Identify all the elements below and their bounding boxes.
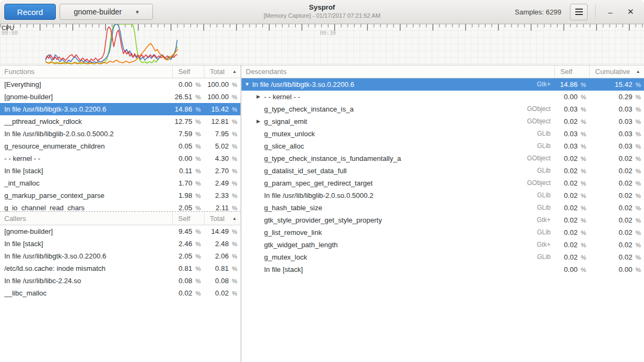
descendant-row[interactable]: g_mutex_unlockGLib0.03 %0.03 % [241,128,644,140]
sort-ascending-icon: ▲ [636,65,640,78]
percent-sign: % [634,230,641,236]
percent-sign: % [194,168,201,174]
total-value: 12.81 % [204,115,240,128]
percent-sign: % [194,228,201,235]
symbol-label: In file [stack] [4,165,43,177]
descendant-row[interactable]: g_hash_table_sizeGLib0.02 %0.02 % [241,202,644,214]
function-row[interactable]: In file [stack]0.11 %2.70 % [0,165,240,177]
expander-collapsed-icon[interactable]: ▶ [257,115,264,128]
column-header-descendants[interactable]: Descendants [241,65,554,78]
self-value: 0.11 % [172,165,204,177]
tree-indent [245,269,257,270]
symbol-name: g_hash_table_sizeGLib [241,202,554,214]
function-row[interactable]: [Everything]0.00 %100.00 % [0,78,240,91]
function-row[interactable]: g_io_channel_read_chars2.05 %2.11 % [0,202,240,211]
percent-sign: % [194,205,201,211]
symbol-label: In file [stack] [4,238,43,250]
function-row[interactable]: g_markup_parse_context_parse1.98 %2.33 % [0,189,240,202]
descendant-row[interactable]: g_slice_allocGLib0.03 %0.03 % [241,140,644,152]
symbol-label: _int_malloc [4,177,40,189]
symbol-name: In file /usr/lib/libglib-2.0.so.0.5000.2… [241,189,554,202]
descendant-row[interactable]: g_type_check_instance_is_fundamentally_a… [241,152,644,165]
percent-sign: % [579,119,586,125]
percent-sign: % [634,168,641,174]
expander-collapsed-icon[interactable]: ▶ [257,91,264,103]
caller-row[interactable]: [gnome-builder]9.45 %14.49 % [0,225,240,238]
function-row[interactable]: In file /usr/lib/libgtk-3.so.0.2200.614.… [0,103,240,115]
descendant-row[interactable]: gtk_style_provider_get_style_propertyGtk… [241,214,644,226]
tree-indent [245,97,257,97]
cpu-timeline[interactable]: CPU 00:00 00:30 [0,24,644,65]
percent-sign: % [194,290,201,297]
function-row[interactable]: _int_malloc1.70 %2.49 % [0,177,240,189]
percent-sign: % [230,119,237,125]
library-tag: GLib [537,189,554,202]
function-row[interactable]: [gnome-builder]26.51 %100.00 % [0,91,240,103]
minimize-button[interactable]: – [602,4,618,20]
percent-sign: % [194,94,201,100]
self-value: 0.02 % [554,152,589,165]
descendant-row[interactable]: In file [stack]0.00 %0.00 % [241,263,644,276]
column-header-self[interactable]: Self [172,65,204,78]
descendant-row[interactable]: gtk_widget_path_lengthGtk+0.02 %0.02 % [241,239,644,251]
column-header-cumulative[interactable]: Cumulative ▲ [589,65,644,78]
symbol-label: - - kernel - - [4,152,40,165]
function-row[interactable]: In file /usr/lib/libglib-2.0.so.0.5000.2… [0,128,240,140]
column-header-callers[interactable]: Callers [0,212,172,225]
descendant-row[interactable]: g_datalist_id_set_data_fullGLib0.02 %0.0… [241,165,644,177]
column-header-functions[interactable]: Functions [0,65,172,78]
expander-expanded-icon[interactable]: ▼ [245,78,252,91]
menu-button[interactable] [570,4,588,20]
column-header-self[interactable]: Self [554,65,589,78]
self-value: 0.00 % [172,152,204,165]
close-button[interactable]: ✕ [623,4,639,20]
percent-sign: % [634,82,641,88]
descendant-row[interactable]: ▼In file /usr/lib/libgtk-3.so.0.2200.6Gt… [241,78,644,91]
caller-row[interactable]: In file /usr/lib/libc-2.24.so0.08 %0.08 … [0,275,240,287]
caller-row[interactable]: In file [stack]2.46 %2.48 % [0,238,240,250]
percent-sign: % [194,143,201,150]
process-selector-dropdown[interactable]: gnome-builder ▾ [60,4,153,20]
column-header-total[interactable]: Total ▲ [204,65,240,78]
symbol-label: In file /usr/lib/libc-2.24.so [4,275,81,287]
symbol-label: g_datalist_id_set_data_full [264,165,347,177]
total-value: 0.02 % [589,226,644,239]
caller-row[interactable]: /etc/ld.so.cache: inode mismatch0.81 %0.… [0,262,240,275]
function-row[interactable]: g_resource_enumerate_children0.05 %5.02 … [0,140,240,152]
descendant-row[interactable]: ▶g_signal_emitGObject0.02 %0.03 % [241,115,644,128]
caller-row[interactable]: __libc_malloc0.02 %0.02 % [0,287,240,299]
column-header-total-label: Total [210,65,224,78]
caller-row[interactable]: In file /usr/lib/libgtk-3.so.0.2200.62.0… [0,250,240,262]
column-header-self[interactable]: Self [172,212,204,225]
function-row[interactable]: - - kernel - -0.00 %4.30 % [0,152,240,165]
column-header-total[interactable]: Total ▲ [204,212,240,225]
total-value: 0.02 % [589,239,644,251]
descendant-row[interactable]: In file /usr/lib/libglib-2.0.so.0.5000.2… [241,189,644,202]
symbol-label: In file /usr/lib/libgtk-3.so.0.2200.6 [4,103,106,115]
percent-sign: % [579,193,586,199]
self-value: 0.00 % [172,78,204,91]
library-tag: Gtk+ [537,239,554,251]
symbol-name: ▶- - kernel - - [241,91,554,103]
record-button[interactable]: Record [4,4,56,20]
descendant-row[interactable]: g_type_check_instance_is_aGObject0.03 %0… [241,103,644,115]
self-value: 0.00 % [554,263,589,276]
tree-indent [245,208,257,208]
total-value: 0.00 % [589,263,644,276]
tree-indent [245,220,257,220]
percent-sign: % [230,180,237,187]
self-value: 0.02 % [554,251,589,263]
descendant-row[interactable]: g_mutex_lockGLib0.02 %0.02 % [241,251,644,263]
descendant-row[interactable]: g_list_remove_linkGLib0.02 %0.02 % [241,226,644,239]
percent-sign: % [230,193,237,199]
percent-sign: % [230,290,237,297]
percent-sign: % [194,82,201,88]
function-row[interactable]: __pthread_rwlock_rdlock12.75 %12.81 % [0,115,240,128]
time-label-start: 00:00 [2,30,18,36]
self-value: 2.05 % [172,250,204,262]
self-value: 0.03 % [554,140,589,152]
self-value: 0.08 % [172,275,204,287]
descendant-row[interactable]: ▶- - kernel - -0.00 %0.29 % [241,91,644,103]
descendant-row[interactable]: g_param_spec_get_redirect_targetGObject0… [241,177,644,189]
total-value: 0.02 % [589,214,644,226]
